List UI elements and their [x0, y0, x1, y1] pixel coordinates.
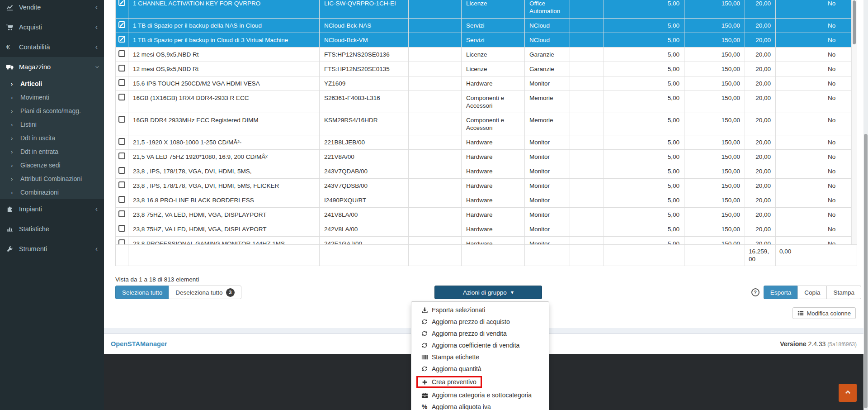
chevron-left-icon: ‹ — [95, 245, 98, 253]
cell-empty — [409, 48, 462, 62]
cell-price: 150,00 — [684, 222, 745, 237]
sidebar-item-attributi-combinazioni[interactable]: ›Attributi Combinazioni — [0, 172, 104, 186]
row-checkbox[interactable] — [118, 181, 125, 188]
help-icon[interactable]: ? — [751, 288, 760, 296]
row-checkbox[interactable] — [118, 138, 125, 145]
cell-qty: 5,00 — [604, 164, 684, 179]
row-checkbox[interactable] — [118, 94, 125, 100]
cell-empty — [409, 62, 462, 76]
row-checkbox[interactable] — [118, 153, 125, 159]
menu-item-aggiorna-aliquota-iva[interactable]: %Aggiorna aliquota iva — [411, 401, 549, 410]
table-row[interactable]: 1 TB di Spazio per il backup in Cloud di… — [116, 33, 857, 48]
row-checkbox[interactable] — [118, 50, 125, 57]
euro-icon: € — [6, 43, 19, 51]
menu-item-aggiorna-coefficiente-di-vendita[interactable]: Aggiorna coefficiente di vendita — [411, 339, 549, 351]
sidebar-item-strumenti[interactable]: Strumenti‹ — [0, 239, 104, 259]
sidebar-item-vendite[interactable]: Vendite‹ — [0, 0, 104, 17]
menu-item-label: Aggiorna quantità — [432, 364, 481, 373]
table-row[interactable]: 23,8 75HZ, VA LED, HDMI, VGA, DISPLAYPOR… — [116, 222, 857, 237]
sidebar-item-articoli[interactable]: ›Articoli — [0, 77, 104, 91]
sidebar-item-label: Impianti — [19, 205, 42, 213]
selection-button-group: Seleziona tutto Deseleziona tutto3 — [115, 286, 241, 299]
cell-code: 243V7QDSB/00 — [320, 179, 409, 193]
copy-button[interactable]: Copia — [797, 286, 827, 299]
table-row[interactable]: 16GB DDR4 2933MHz ECC Registered DIMMKSM… — [116, 113, 857, 135]
sidebar-menu: Vendite‹Acquisti‹€Contabilità‹Magazzino‹… — [0, 0, 104, 259]
row-checkbox[interactable] — [118, 225, 125, 232]
sidebar-item-statistiche[interactable]: Statistiche — [0, 219, 104, 239]
menu-item-label: Aggiorna coefficiente di vendita — [432, 341, 519, 350]
cell-empty — [570, 193, 604, 208]
cell-category: Hardware — [462, 164, 525, 179]
angle-right-icon: › — [11, 176, 20, 182]
sidebar-item-piani-di-sconto-magg[interactable]: ›Piani di sconto/magg. — [0, 104, 104, 118]
table-row[interactable]: 16GB (1X16GB) 1RX4 DDR4-2933 R ECCS26361… — [116, 91, 857, 113]
menu-item-crea-preventivo[interactable]: Crea preventivo — [411, 375, 549, 389]
table-row[interactable]: 21,5 VA LED 75HZ 1920*1080, 16:9, 200 CD… — [116, 150, 857, 164]
sidebar-item-contabilita[interactable]: €Contabilità‹ — [0, 37, 104, 57]
cell-description: 23,8 , IPS, 178/178, VGA, DVI, HDMI, 5MS… — [128, 179, 320, 193]
group-actions-button[interactable]: Azioni di gruppo▾ — [434, 286, 542, 299]
angle-right-icon: › — [11, 121, 20, 128]
table-row[interactable]: 23,8 16.8 PRO-LINE BLACK BORDERLESSI2490… — [116, 193, 857, 208]
row-checkbox[interactable] — [118, 116, 125, 123]
sidebar-item-impianti[interactable]: Impianti‹ — [0, 199, 104, 219]
cell-empty — [570, 62, 604, 76]
table-row[interactable]: 23,8 75HZ, VA LED, HDMI, VGA, DISPLAYPOR… — [116, 208, 857, 222]
deselect-all-button[interactable]: Deseleziona tutto3 — [169, 286, 241, 299]
sidebar-item-listini[interactable]: ›Listini — [0, 118, 104, 131]
row-checkbox[interactable] — [118, 36, 125, 43]
row-checkbox[interactable] — [118, 65, 125, 72]
sidebar-item-giacenze-sedi[interactable]: ›Giacenze sedi — [0, 158, 104, 172]
menu-item-stampa-etichette[interactable]: Stampa etichette — [411, 351, 549, 363]
menu-item-aggiorna-quantit[interactable]: Aggiorna quantità — [411, 363, 549, 375]
page-scrollbar[interactable] — [863, 0, 868, 410]
table-row[interactable]: 12 mesi OS,9x5,NBD RtFTS:HP12NS20SE0136L… — [116, 48, 857, 62]
menu-item-esporta-selezionati[interactable]: Esporta selezionati — [411, 304, 549, 316]
table-row[interactable]: 23,8 , IPS, 178/178, VGA, DVI, HDMI, 5MS… — [116, 179, 857, 193]
table-scroll-area[interactable]: 1 CHANNEL ACTIVATION KEY FOR QVRPROLIC-S… — [115, 0, 857, 244]
cell-empty — [776, 150, 823, 164]
angle-right-icon: › — [11, 148, 20, 155]
table-row[interactable]: 23,8 , IPS, 178/178, VGA, DVI, HDMI, 5MS… — [116, 164, 857, 179]
row-checkbox[interactable] — [118, 167, 125, 174]
sidebar-item-acquisti[interactable]: Acquisti‹ — [0, 17, 104, 37]
table-row[interactable]: 1 TB di Spazio per il backup della NAS i… — [116, 19, 857, 33]
sidebar-item-label: Vendite — [19, 4, 41, 11]
menu-item-aggiorna-categoria-e-sottocategoria[interactable]: Aggiorna categoria e sottocategoria — [411, 389, 549, 401]
edit-columns-button[interactable]: Modifica colonne — [793, 307, 856, 319]
table-row[interactable]: 21,5 -1920 X 1080-1000 1-250 CD/MÂ²-221B… — [116, 135, 857, 150]
cell-empty — [570, 19, 604, 33]
select-all-button[interactable]: Seleziona tutto — [115, 286, 169, 299]
cell-vat: 20,00 — [745, 179, 776, 193]
brand-link[interactable]: OpenSTAManager — [111, 340, 167, 348]
row-checkbox[interactable] — [118, 239, 125, 244]
table-scrollbar-thumb[interactable] — [853, 0, 856, 44]
table-row[interactable]: 23.8 PROFESSIONAL GAMING MONITOR 144HZ 1… — [116, 237, 857, 245]
cell-description: 21,5 -1920 X 1080-1000 1-250 CD/MÂ²- — [128, 135, 320, 150]
main-area: 1 CHANNEL ACTIVATION KEY FOR QVRPROLIC-S… — [104, 0, 868, 410]
row-checkbox[interactable] — [118, 196, 125, 203]
sidebar-item-combinazioni[interactable]: ›Combinazioni — [0, 186, 104, 199]
articles-table: 1 CHANNEL ACTIVATION KEY FOR QVRPROLIC-S… — [115, 0, 857, 266]
table-row[interactable]: 12 mesi OS,9x5,NBD RtFTS:HP12NS20SE0135L… — [116, 62, 857, 76]
table-scrollbar[interactable] — [851, 0, 857, 244]
export-button[interactable]: Esporta — [764, 286, 798, 299]
row-checkbox[interactable] — [118, 79, 125, 86]
sidebar-item-magazzino[interactable]: Magazzino‹ — [0, 57, 104, 77]
row-checkbox[interactable] — [118, 21, 125, 28]
cell-empty — [409, 76, 462, 91]
row-checkbox[interactable] — [118, 210, 125, 217]
row-checkbox[interactable] — [118, 0, 125, 6]
sidebar-item-ddt-in-entrata[interactable]: ›Ddt in entrata — [0, 145, 104, 158]
print-button[interactable]: Stampa — [826, 286, 861, 299]
sidebar-item-movimenti[interactable]: ›Movimenti — [0, 91, 104, 104]
scroll-to-top-button[interactable] — [839, 384, 857, 402]
page-scrollbar-thumb[interactable] — [864, 134, 868, 408]
table-row[interactable]: 1 CHANNEL ACTIVATION KEY FOR QVRPROLIC-S… — [116, 0, 857, 19]
sidebar-item-ddt-in-uscita[interactable]: ›Ddt in uscita — [0, 131, 104, 145]
cell-empty — [409, 237, 462, 245]
menu-item-aggiorna-prezzo-di-acquisto[interactable]: Aggiorna prezzo di acquisto — [411, 316, 549, 328]
menu-item-aggiorna-prezzo-di-vendita[interactable]: Aggiorna prezzo di vendita — [411, 328, 549, 339]
table-row[interactable]: 15.6 IPS TOUCH 250CD/M2 VGA HDMI VESAYZ1… — [116, 76, 857, 91]
